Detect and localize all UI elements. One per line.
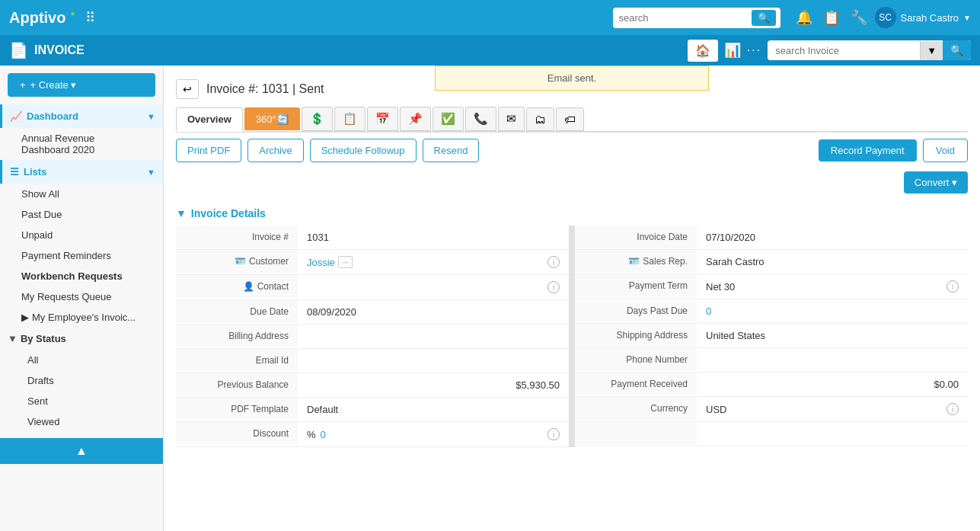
customer-value: Jossie ··· i [298, 250, 569, 274]
clipboard-icon[interactable]: 📋 [823, 9, 840, 26]
main-layout: + + Create ▾ 📈 Dashboard ▼ Annual Revenu… [0, 66, 980, 531]
by-status-collapse-icon: ▼ [8, 333, 18, 344]
convert-label: Convert ▾ [915, 177, 957, 188]
lists-icon: ☰ [10, 166, 19, 178]
detail-empty-row [575, 422, 968, 446]
archive-label: Archive [259, 145, 292, 156]
my-employee-invoice-label: ▶ My Employee's Invoic... [21, 312, 142, 323]
customer-link[interactable]: Jossie [307, 257, 335, 268]
workbench-requests-label: Workbench Requests [21, 270, 123, 282]
tab-folder[interactable]: 🗂 [526, 107, 554, 131]
resend-label: Resend [434, 145, 468, 156]
tools-icon[interactable]: 🔧 [851, 9, 867, 26]
shipping-address-label: Shipping Address [575, 324, 697, 347]
sidebar-item-my-employee-invoice[interactable]: ▶ My Employee's Invoic... [0, 307, 163, 328]
by-status-label: By Status [21, 333, 66, 344]
tab-check[interactable]: ✅ [433, 107, 464, 131]
grid-apps-icon[interactable]: ⠿ [85, 9, 95, 26]
tab-email[interactable]: ✉ [498, 107, 525, 131]
search-invoice-input[interactable] [768, 41, 920, 60]
user-menu[interactable]: SC Sarah Castro ▼ [875, 7, 972, 28]
tab-pin[interactable]: 📌 [400, 107, 431, 131]
record-payment-label: Record Payment [831, 145, 905, 156]
past-due-label: Past Due [21, 209, 62, 220]
invoice-date-label: Invoice Date [575, 226, 697, 248]
user-dropdown-icon: ▼ [963, 14, 971, 22]
discount-amount: 0 [321, 429, 326, 440]
lists-collapse-icon: ▼ [147, 168, 155, 177]
sidebar-item-by-status[interactable]: ▼ By Status [0, 328, 163, 350]
sidebar-item-unpaid[interactable]: Unpaid [0, 225, 163, 245]
payment-reminders-label: Payment Reminders [21, 250, 111, 261]
discount-value: % 0 i [298, 422, 569, 446]
detail-due-date: Due Date 08/09/2020 [176, 300, 569, 325]
sidebar-item-workbench-requests[interactable]: Workbench Requests [0, 266, 163, 286]
sidebar-item-sent[interactable]: Sent [0, 391, 163, 411]
sidebar-item-all[interactable]: All [0, 350, 163, 370]
discount-label: Discount [176, 422, 298, 445]
top-nav: Apptivo ● ⠿ 🔍 🔔 📋 🔧 SC Sarah Castro ▼ [0, 0, 980, 35]
sidebar-item-viewed[interactable]: Viewed [0, 411, 163, 432]
sidebar-item-dashboard[interactable]: 📈 Dashboard ▼ [0, 104, 163, 128]
sidebar-item-annual-revenue[interactable]: Annual Revenue Dashboard 2020 [0, 128, 163, 160]
tab-calendar[interactable]: 📅 [367, 107, 398, 131]
search-invoice-button[interactable]: 🔍 [943, 40, 971, 60]
invoice-details-header[interactable]: ▼ Invoice Details [176, 207, 968, 219]
schedule-followup-label: Schedule Followup [321, 145, 405, 156]
resend-button[interactable]: Resend [423, 139, 480, 162]
tab-tag[interactable]: 🏷 [556, 107, 584, 131]
record-payment-button[interactable]: Record Payment [819, 139, 917, 162]
schedule-followup-button[interactable]: Schedule Followup [310, 139, 417, 162]
print-pdf-button[interactable]: Print PDF [176, 139, 241, 162]
scroll-up-button[interactable]: ▲ [0, 438, 163, 464]
detail-payment-received: Payment Received $0.00 [575, 373, 968, 397]
contact-info-icon[interactable]: i [547, 281, 560, 293]
global-search-input[interactable] [619, 12, 747, 24]
tab-docs[interactable]: 📋 [334, 107, 366, 131]
tab-360[interactable]: 360°🔄 [244, 107, 300, 130]
tab-360-label: 360°🔄 [256, 114, 289, 125]
detail-currency: Currency USD i [575, 397, 968, 422]
empty-value [697, 422, 968, 446]
discount-info-icon[interactable]: i [547, 428, 560, 440]
action-buttons-bar: Print PDF Archive Schedule Followup Rese… [176, 139, 968, 162]
invoice-number-label: Invoice # [176, 226, 298, 248]
customer-options-button[interactable]: ··· [338, 256, 353, 268]
sidebar-item-payment-reminders[interactable]: Payment Reminders [0, 245, 163, 266]
home-button[interactable]: 🏠 [688, 40, 718, 62]
section-title: Invoice Details [191, 207, 266, 219]
logo-text: Apptivo [9, 9, 65, 27]
tab-money[interactable]: 💲 [302, 107, 333, 131]
customer-info-icon[interactable]: i [547, 256, 560, 268]
create-button[interactable]: + + Create ▾ [8, 73, 155, 97]
sidebar-item-show-all[interactable]: Show All [0, 184, 163, 204]
archive-button[interactable]: Archive [247, 139, 303, 162]
back-button[interactable]: ↩ [176, 79, 199, 99]
notification-text: Email sent. [547, 72, 596, 84]
convert-button[interactable]: Convert ▾ [904, 171, 968, 194]
payment-term-info-icon[interactable]: i [946, 280, 959, 293]
tab-overview[interactable]: Overview [176, 107, 243, 132]
invoice-number-value: 1031 [298, 226, 569, 249]
detail-pdf-template: PDF Template Default [176, 398, 569, 422]
currency-info-icon[interactable]: i [946, 403, 959, 415]
print-pdf-label: Print PDF [187, 145, 230, 156]
sidebar-item-lists[interactable]: ☰ Lists ▼ [0, 160, 163, 184]
void-button[interactable]: Void [923, 139, 968, 162]
global-search-button[interactable]: 🔍 [752, 10, 776, 26]
sidebar-item-my-requests-queue[interactable]: My Requests Queue [0, 286, 163, 307]
notification-bar: Email sent. [435, 66, 709, 91]
dashboard-icon: 📈 [10, 110, 22, 122]
phone-number-label: Phone Number [575, 348, 697, 371]
tab-phone[interactable]: 📞 [465, 107, 496, 131]
more-options-button[interactable]: ··· [747, 43, 761, 57]
notifications-icon[interactable]: 🔔 [796, 9, 812, 26]
sidebar-item-past-due[interactable]: Past Due [0, 204, 163, 225]
search-invoice-dropdown-button[interactable]: ▼ [920, 41, 943, 60]
detail-previous-balance: Previous Balance $5,930.50 [176, 373, 569, 398]
currency-label: Currency [575, 397, 697, 420]
chart-button[interactable]: 📊 [724, 42, 741, 59]
sidebar-item-drafts[interactable]: Drafts [0, 370, 163, 391]
detail-invoice-date: Invoice Date 07/10/2020 [575, 226, 968, 250]
billing-address-value [298, 325, 569, 348]
